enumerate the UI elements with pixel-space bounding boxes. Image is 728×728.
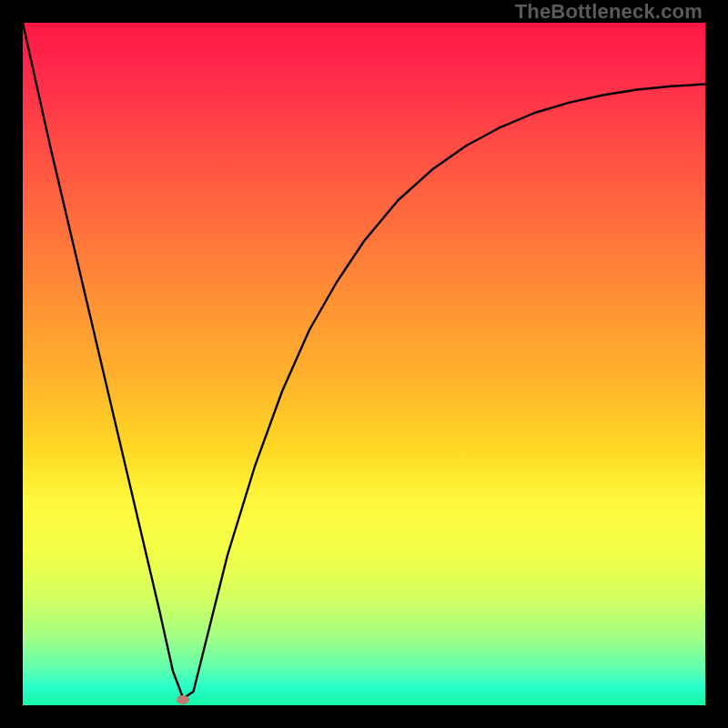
plot-area [23,23,705,705]
minimum-marker-icon [177,695,189,704]
watermark-text: TheBottleneck.com [515,0,703,24]
chart-frame: TheBottleneck.com [0,0,728,728]
bottleneck-curve [23,23,705,705]
